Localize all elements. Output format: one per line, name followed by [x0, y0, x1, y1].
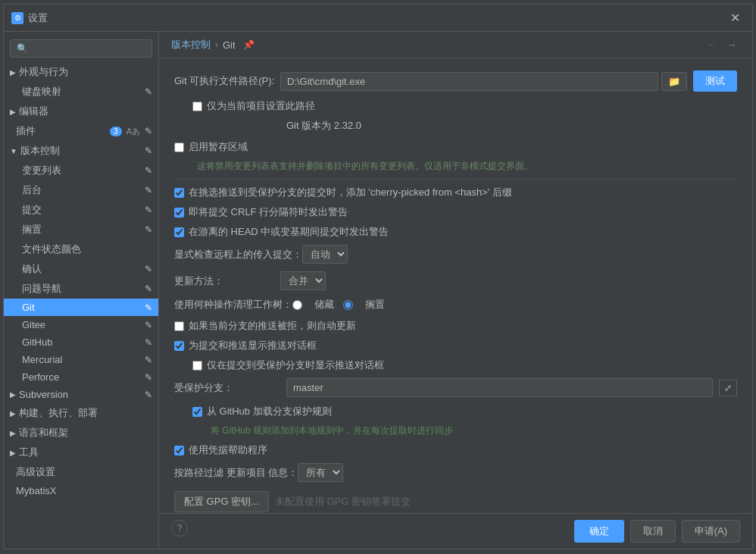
sidebar-label: 键盘映射: [22, 85, 61, 99]
only-current-project-row: 仅为当前项目设置此路径: [192, 99, 737, 113]
sidebar-label: Perforce: [22, 371, 59, 383]
detached-head-checkbox[interactable]: [174, 227, 184, 237]
cred-helper-label[interactable]: 使用凭据帮助程序: [189, 443, 267, 457]
sidebar-item-vcs[interactable]: ▼ 版本控制 ✎: [4, 141, 158, 161]
sidebar-item-confirm[interactable]: 确认 ✎: [4, 259, 158, 279]
sidebar-item-plugins[interactable]: 插件 3 Aあ ✎: [4, 121, 158, 141]
sidebar-item-mybatisx[interactable]: MybatisX: [4, 482, 158, 499]
push-dialog-label[interactable]: 为提交和推送显示推送对话框: [189, 339, 317, 352]
help-button[interactable]: ?: [171, 520, 188, 537]
edit-icon: ✎: [145, 320, 152, 330]
forward-button[interactable]: →: [723, 39, 740, 51]
github-rule-note: 将 GitHub 规则添加到本地规则中，并在每次提取时进行同步: [211, 424, 737, 437]
update-method-row: 更新方法： 合并 变基 快进: [174, 271, 737, 290]
crlf-label[interactable]: 即将提交 CRLF 行分隔符时发出警告: [189, 205, 348, 219]
ok-button[interactable]: 确定: [574, 520, 624, 543]
sidebar-item-issuenav[interactable]: 问题导航 ✎: [4, 279, 158, 299]
active-indicator: [4, 299, 6, 316]
staging-row: 启用暂存区域: [174, 140, 737, 154]
crlf-checkbox[interactable]: [174, 208, 184, 218]
breadcrumb-parent[interactable]: 版本控制: [171, 38, 211, 52]
staging-label[interactable]: 启用暂存区域: [189, 140, 248, 154]
sidebar-label: Subversion: [19, 389, 68, 400]
sidebar: ▶ 外观与行为 键盘映射 ✎ ▶ 编辑器 插件 3 Aあ ✎: [4, 32, 159, 549]
sidebar-label: 语言和框架: [19, 426, 68, 440]
sidebar-item-git[interactable]: Git ✎: [4, 299, 158, 316]
filter-path-select[interactable]: 所有: [298, 463, 343, 482]
cleanup-stash-label[interactable]: 储藏: [314, 298, 334, 311]
protected-branch-label: 受保护分支：: [174, 381, 280, 395]
cleanup-radio-stash[interactable]: [292, 300, 302, 310]
right-panel: 版本控制 › Git 📌 ← → Git 可执行文件路径(P): 📁: [159, 32, 752, 549]
sidebar-item-filestatus[interactable]: 文件状态颜色: [4, 239, 158, 259]
edit-icon: ✎: [145, 355, 152, 365]
check-fetch-label: 显式检查远程上的传入提交：: [174, 248, 302, 261]
detached-head-label[interactable]: 在游离的 HEAD 中或变基期间提交时发出警告: [189, 225, 389, 239]
sidebar-item-subversion[interactable]: ▶ Subversion ✎: [4, 386, 158, 403]
auto-update-checkbox[interactable]: [174, 321, 184, 331]
cleanup-radio-shelve[interactable]: [343, 300, 353, 310]
sidebar-item-appearance[interactable]: ▶ 外观与行为: [4, 62, 158, 82]
edit-icon: ✎: [145, 165, 152, 176]
search-input[interactable]: [10, 39, 152, 58]
git-path-input[interactable]: [280, 72, 658, 91]
configure-gpg-button[interactable]: 配置 GPG 密钥...: [174, 491, 269, 512]
sidebar-label: Git: [22, 302, 35, 313]
auto-update-label[interactable]: 如果当前分支的推送被拒，则自动更新: [189, 319, 356, 333]
cherry-pick-checkbox[interactable]: [174, 188, 184, 198]
sidebar-item-editor[interactable]: ▶ 编辑器: [4, 102, 158, 121]
sidebar-label: 文件状态颜色: [22, 243, 81, 256]
cancel-button[interactable]: 取消: [630, 520, 676, 543]
check-fetch-select[interactable]: 自动 手动 关闭: [302, 245, 348, 264]
sidebar-item-changelist[interactable]: 变更列表 ✎: [4, 161, 158, 180]
cherry-pick-label[interactable]: 在挑选推送到受保护分支的提交时，添加 'cherry-picked from <…: [189, 186, 512, 199]
back-button[interactable]: ←: [704, 39, 720, 51]
sidebar-label: MybatisX: [16, 485, 56, 496]
sidebar-label: 高级设置: [16, 465, 55, 479]
main-content: ▶ 外观与行为 键盘映射 ✎ ▶ 编辑器 插件 3 Aあ ✎: [4, 32, 752, 549]
push-dialog-protected-checkbox[interactable]: [192, 361, 202, 371]
sidebar-item-mercurial[interactable]: Mercurial ✎: [4, 351, 158, 368]
sidebar-item-tools[interactable]: ▶ 工具: [4, 443, 158, 462]
breadcrumb-current: Git: [223, 39, 236, 51]
filter-path-label: 按路径过滤 更新项目 信息：: [174, 466, 298, 480]
test-button[interactable]: 测试: [693, 70, 737, 92]
crlf-row: 即将提交 CRLF 行分隔符时发出警告: [174, 205, 737, 219]
apply-button[interactable]: 申请(A): [682, 520, 740, 543]
only-current-project-checkbox[interactable]: [192, 102, 202, 111]
sidebar-item-perforce[interactable]: Perforce ✎: [4, 368, 158, 386]
push-dialog-protected-label[interactable]: 仅在提交到受保护分支时显示推送对话框: [207, 358, 384, 372]
sidebar-item-shelves[interactable]: 搁置 ✎: [4, 220, 158, 239]
push-dialog-checkbox[interactable]: [174, 341, 184, 351]
sidebar-label: 编辑器: [19, 105, 48, 118]
sidebar-label: 提交: [22, 203, 42, 217]
update-method-select[interactable]: 合并 变基 快进: [280, 271, 326, 290]
sidebar-item-background[interactable]: 后台 ✎: [4, 180, 158, 200]
cleanup-shelve-label[interactable]: 搁置: [365, 298, 385, 311]
close-button[interactable]: ✕: [726, 9, 745, 27]
sidebar-label: 确认: [22, 262, 42, 276]
sidebar-item-commit[interactable]: 提交 ✎: [4, 200, 158, 220]
cred-helper-checkbox[interactable]: [174, 446, 184, 455]
sidebar-item-github[interactable]: GitHub ✎: [4, 333, 158, 351]
github-rules-label[interactable]: 从 GitHub 加载分支保护规则: [207, 405, 332, 418]
gpg-row: 配置 GPG 密钥... 未配置使用 GPG 密钥签署提交: [174, 491, 737, 512]
sidebar-item-build[interactable]: ▶ 构建、执行、部署: [4, 403, 158, 423]
sidebar-label: 外观与行为: [19, 65, 68, 79]
cleanup-row: 使用何种操作清理工作树： 储藏 搁置: [174, 298, 737, 311]
sidebar-item-gitee[interactable]: Gitee ✎: [4, 316, 158, 333]
expand-button[interactable]: ⤢: [719, 380, 737, 396]
translate-icon: Aあ: [127, 126, 140, 137]
push-dialog-row: 为提交和推送显示推送对话框: [174, 339, 737, 352]
divider-1: [174, 179, 737, 180]
staging-checkbox[interactable]: [174, 142, 184, 152]
only-current-project-label[interactable]: 仅为当前项目设置此路径: [207, 99, 315, 113]
protected-branch-input[interactable]: [286, 378, 713, 397]
staging-desc-row: 这将禁用变更列表表支持并删除项目中的所有变更列表。仅适用于非模式提交界面。: [192, 160, 737, 173]
sidebar-item-keymap[interactable]: 键盘映射 ✎: [4, 82, 158, 102]
browse-button[interactable]: 📁: [661, 72, 687, 91]
git-path-label: Git 可执行文件路径(P):: [174, 74, 280, 88]
sidebar-item-languages[interactable]: ▶ 语言和框架: [4, 423, 158, 443]
sidebar-item-advanced[interactable]: 高级设置: [4, 462, 158, 482]
github-rules-checkbox[interactable]: [192, 407, 202, 417]
